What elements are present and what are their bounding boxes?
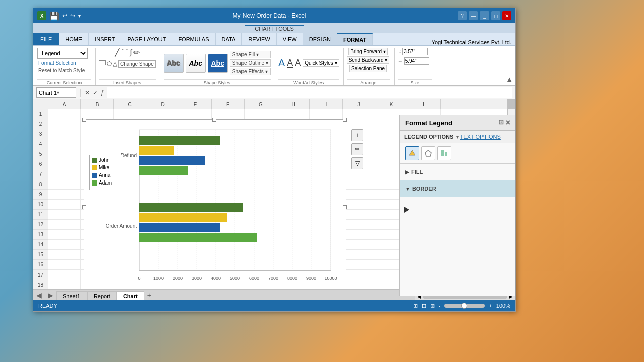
quick-styles-btn[interactable]: Quick Styles ▾	[303, 59, 339, 67]
shape-style-2[interactable]: Abc	[186, 54, 206, 73]
v-scrollbar-thumb[interactable]	[508, 99, 515, 109]
col-i[interactable]: I	[310, 99, 343, 109]
fill-section-header[interactable]: ▶ FILL	[405, 167, 510, 177]
bring-forward-btn[interactable]: Bring Forward ▾	[348, 48, 388, 55]
function-icon[interactable]: ƒ	[101, 89, 104, 96]
restore-btn[interactable]: ◻	[491, 11, 500, 20]
minimize-btn[interactable]: _	[480, 11, 489, 20]
ribbon-collapse-btn[interactable]: ▲	[437, 48, 513, 85]
shape-curve[interactable]: ⌒	[121, 48, 129, 58]
cell[interactable]	[245, 109, 277, 119]
shape-style-3[interactable]: Abc	[208, 54, 228, 73]
fp-icon-effects[interactable]	[421, 146, 435, 160]
cell[interactable]	[48, 129, 81, 139]
tab-data[interactable]: DATA	[216, 33, 243, 45]
name-box-arrow[interactable]: ▾	[57, 89, 59, 95]
cell[interactable]	[343, 179, 375, 190]
tab-file[interactable]: FILE	[33, 33, 59, 45]
shape-fill-btn[interactable]: Shape Fill ▾	[230, 51, 271, 58]
view-normal-icon[interactable]: ⊞	[413, 303, 418, 309]
cell[interactable]	[343, 250, 375, 260]
col-c[interactable]: C	[114, 99, 146, 109]
chart-filters-btn[interactable]: ▽	[351, 157, 363, 169]
cell[interactable]	[48, 119, 81, 129]
shape-effects-btn[interactable]: Shape Effects ▾	[230, 68, 271, 75]
shape-rect[interactable]	[99, 60, 106, 65]
size-width-input[interactable]	[404, 57, 429, 65]
zoom-percent[interactable]: 100%	[496, 303, 510, 309]
sheet-tab-report[interactable]: Report	[87, 291, 117, 300]
formula-input[interactable]	[107, 87, 512, 98]
col-a[interactable]: A	[48, 99, 81, 109]
shape-style-1[interactable]: Abc	[164, 54, 184, 73]
sheet-add-btn[interactable]: +	[144, 290, 154, 300]
cell[interactable]	[343, 109, 375, 119]
cell[interactable]	[343, 210, 375, 220]
col-e[interactable]: E	[179, 99, 212, 109]
sheet-tab-chart[interactable]: Chart	[117, 291, 144, 300]
cell[interactable]	[146, 109, 179, 119]
col-j[interactable]: J	[343, 99, 375, 109]
fp-icon-fill[interactable]	[405, 146, 419, 160]
shape-pentagon[interactable]: ⬠	[107, 60, 112, 68]
col-b[interactable]: B	[81, 99, 114, 109]
shape-line[interactable]: ╱	[115, 48, 120, 58]
name-box[interactable]: Chart 1 ▾	[36, 87, 76, 98]
format-panel-detach-btn[interactable]: ⊡	[498, 118, 504, 127]
cell[interactable]	[48, 270, 81, 280]
border-section-header[interactable]: ▼ BORDER	[405, 184, 510, 194]
chart-handle-ml[interactable]	[82, 205, 86, 209]
sheet-nav-right[interactable]: ▶	[45, 290, 56, 300]
cell[interactable]	[48, 250, 81, 260]
cell[interactable]	[179, 109, 212, 119]
format-panel-close-btn[interactable]: ×	[506, 118, 510, 127]
chart-handle-tl[interactable]	[82, 118, 86, 122]
col-l[interactable]: L	[408, 99, 441, 109]
cell[interactable]	[343, 119, 375, 129]
tab-view[interactable]: VIEW	[277, 33, 303, 45]
current-selection-dropdown[interactable]: Legend	[37, 48, 88, 59]
wordart-text-outline-btn[interactable]: A	[295, 58, 301, 68]
cell[interactable]	[343, 280, 375, 290]
wordart-text-fill-btn[interactable]: A	[287, 58, 293, 68]
save-icon[interactable]: 💾	[49, 11, 59, 21]
col-h[interactable]: H	[277, 99, 310, 109]
view-layout-icon[interactable]: ⊟	[422, 303, 426, 309]
cell[interactable]	[48, 179, 81, 190]
cell[interactable]	[48, 260, 81, 270]
cell[interactable]	[343, 240, 375, 250]
chart-container[interactable]: Refund Order Amount 0 1000 2000 3000 400…	[84, 119, 345, 295]
cell[interactable]	[48, 280, 81, 290]
cell[interactable]	[343, 220, 375, 230]
cell[interactable]	[310, 109, 343, 119]
col-d[interactable]: D	[146, 99, 179, 109]
col-f[interactable]: F	[212, 99, 245, 109]
zoom-in-btn[interactable]: +	[489, 303, 492, 309]
tab-formulas[interactable]: FORMULAS	[172, 33, 215, 45]
cell[interactable]	[343, 230, 375, 240]
fp-tab-legend-options[interactable]: LEGEND OPTIONS	[404, 134, 453, 140]
col-k[interactable]: K	[375, 99, 408, 109]
cell[interactable]	[343, 260, 375, 270]
chart-handle-tr[interactable]	[343, 118, 347, 122]
ribbon-toggle-btn[interactable]: —	[469, 11, 478, 20]
cell[interactable]	[48, 149, 81, 159]
redo-icon[interactable]: ↪	[70, 12, 75, 19]
fp-tab-text-options[interactable]: TEXT OPTIONS	[460, 134, 500, 140]
chart-legend[interactable]: John Mike Anna Adam	[89, 155, 123, 190]
chart-handle-tm[interactable]	[212, 118, 216, 122]
cell[interactable]	[48, 139, 81, 149]
wordart-a-btn[interactable]: A	[278, 57, 285, 69]
change-shape-btn[interactable]: Change Shape	[118, 60, 156, 68]
tab-review[interactable]: REVIEW	[242, 33, 276, 45]
format-selection-btn[interactable]: Format Selection	[37, 60, 77, 66]
zoom-slider[interactable]	[444, 304, 485, 308]
reset-match-btn[interactable]: Reset to Match Style	[37, 67, 86, 74]
tab-design[interactable]: DESIGN	[303, 33, 337, 45]
cell[interactable]	[343, 200, 375, 210]
selection-pane-btn[interactable]: Selection Pane	[349, 65, 387, 72]
cell[interactable]	[343, 270, 375, 280]
cell[interactable]	[277, 109, 310, 119]
tab-insert[interactable]: INSERT	[89, 33, 121, 45]
shape-pencil[interactable]: ✏	[133, 48, 140, 58]
